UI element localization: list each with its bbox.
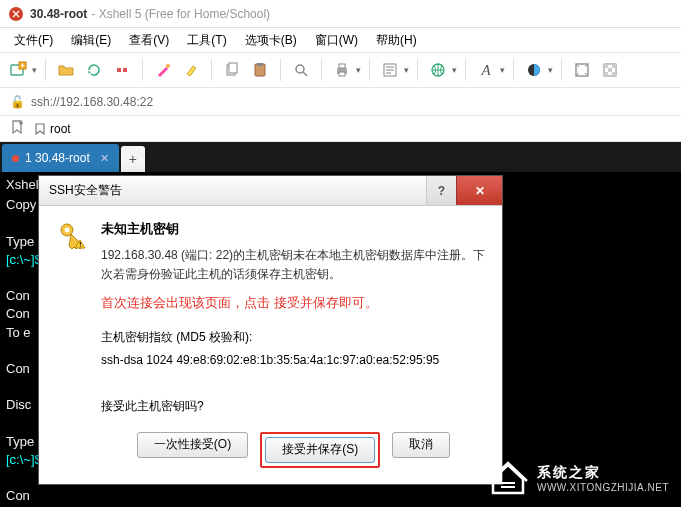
menu-help[interactable]: 帮助(H) [368,30,425,51]
cancel-button[interactable]: 取消 [392,432,450,458]
accept-save-button[interactable]: 接受并保存(S) [265,437,375,463]
svg-rect-4 [123,68,127,72]
dialog-close-button[interactable]: ✕ [456,176,502,205]
print-icon[interactable] [330,58,354,82]
properties-icon[interactable] [378,58,402,82]
svg-point-10 [296,65,304,73]
dropdown-icon[interactable]: ▾ [452,65,457,75]
svg-rect-19 [604,64,608,68]
menu-tabs[interactable]: 选项卡(B) [237,30,305,51]
new-session-icon[interactable] [6,58,30,82]
close-tab-icon[interactable]: ✕ [100,152,109,165]
svg-point-5 [166,64,170,68]
fingerprint-value: ssh-dsa 1024 49:e8:69:02:e8:1b:35:5a:4a:… [101,349,486,372]
address-text[interactable]: ssh://192.168.30.48:22 [31,95,153,109]
dialog-titlebar[interactable]: SSH安全警告 ? ✕ [39,176,502,206]
accept-once-button[interactable]: 一次性接受(O) [137,432,248,458]
status-dot-icon [12,155,19,162]
dialog-message: 192.168.30.48 (端口: 22)的主机密钥未在本地主机密钥数据库中注… [101,246,486,284]
separator [142,59,143,81]
lock-icon: 🔓 [10,95,25,109]
disconnect-icon[interactable] [110,58,134,82]
tabstrip: 1 30.48-root ✕ + [0,142,681,172]
separator [465,59,466,81]
svg-text:!: ! [79,240,82,249]
new-tab-button[interactable]: + [121,146,145,172]
fingerprint-label: 主机密钥指纹 (MD5 校验和): [101,326,486,349]
dropdown-icon[interactable]: ▾ [404,65,409,75]
separator [321,59,322,81]
addressbar: 🔓 ssh://192.168.30.48:22 [0,88,681,116]
svg-rect-22 [604,72,608,76]
find-icon[interactable] [289,58,313,82]
dialog-body: ! 未知主机密钥 192.168.30.48 (端口: 22)的主机密钥未在本地… [39,206,502,484]
highlight-box: 接受并保存(S) [260,432,380,468]
copy-icon[interactable] [220,58,244,82]
house-icon [487,459,529,497]
tab-label: 1 30.48-root [25,151,90,165]
dropdown-icon[interactable]: ▾ [500,65,505,75]
dropdown-icon[interactable]: ▾ [356,65,361,75]
dialog-help-button[interactable]: ? [426,176,456,205]
globe-icon[interactable] [426,58,450,82]
svg-rect-7 [229,63,237,73]
svg-rect-12 [339,64,345,68]
key-warning-icon: ! [55,220,91,256]
separator [45,59,46,81]
bookmarkbar: root [0,116,681,142]
separator [211,59,212,81]
paste-icon[interactable] [248,58,272,82]
separator [280,59,281,81]
menu-file[interactable]: 文件(F) [6,30,61,51]
svg-rect-13 [339,72,345,76]
add-bookmark-icon[interactable] [10,120,24,137]
toolbar: ▾ ▾ ▾ ▾ A ▾ ▾ [0,52,681,88]
menu-edit[interactable]: 编辑(E) [63,30,119,51]
transparency-icon[interactable] [598,58,622,82]
svg-rect-23 [612,72,616,76]
dropdown-icon[interactable]: ▾ [548,65,553,75]
menu-view[interactable]: 查看(V) [121,30,177,51]
dialog-heading: 未知主机密钥 [101,220,486,238]
title-app: - Xshell 5 (Free for Home/School) [91,7,270,21]
font-icon[interactable]: A [474,58,498,82]
ssh-warning-dialog: SSH安全警告 ? ✕ ! 未知主机密钥 192.168.30.48 (端口: … [38,175,503,485]
svg-rect-21 [608,68,612,72]
menubar: 文件(F) 编辑(E) 查看(V) 工具(T) 选项卡(B) 窗口(W) 帮助(… [0,28,681,52]
title-host: 30.48-root [30,7,87,21]
menu-window[interactable]: 窗口(W) [307,30,366,51]
annotation-text: 首次连接会出现该页面，点击 接受并保存即可。 [101,294,486,312]
open-icon[interactable] [54,58,78,82]
watermark: 系统之家 WWW.XITONGZHIJIA.NET [487,459,669,497]
menu-tools[interactable]: 工具(T) [179,30,234,51]
window-titlebar: 30.48-root - Xshell 5 (Free for Home/Sch… [0,0,681,28]
svg-rect-20 [612,64,616,68]
separator [417,59,418,81]
separator [513,59,514,81]
fullscreen-icon[interactable] [570,58,594,82]
svg-rect-9 [257,63,263,66]
watermark-name: 系统之家 [537,464,669,482]
separator [561,59,562,81]
dialog-title: SSH安全警告 [49,182,122,199]
bookmark-root[interactable]: root [34,122,71,136]
highlight-icon[interactable] [179,58,203,82]
svg-rect-3 [117,68,121,72]
session-tab[interactable]: 1 30.48-root ✕ [2,144,119,172]
color-icon[interactable] [151,58,175,82]
colorscheme-icon[interactable] [522,58,546,82]
reconnect-icon[interactable] [82,58,106,82]
svg-point-25 [65,228,70,233]
dropdown-icon[interactable]: ▾ [32,65,37,75]
watermark-url: WWW.XITONGZHIJIA.NET [537,482,669,493]
separator [369,59,370,81]
confirm-text: 接受此主机密钥吗? [101,395,486,418]
app-icon [8,6,24,22]
